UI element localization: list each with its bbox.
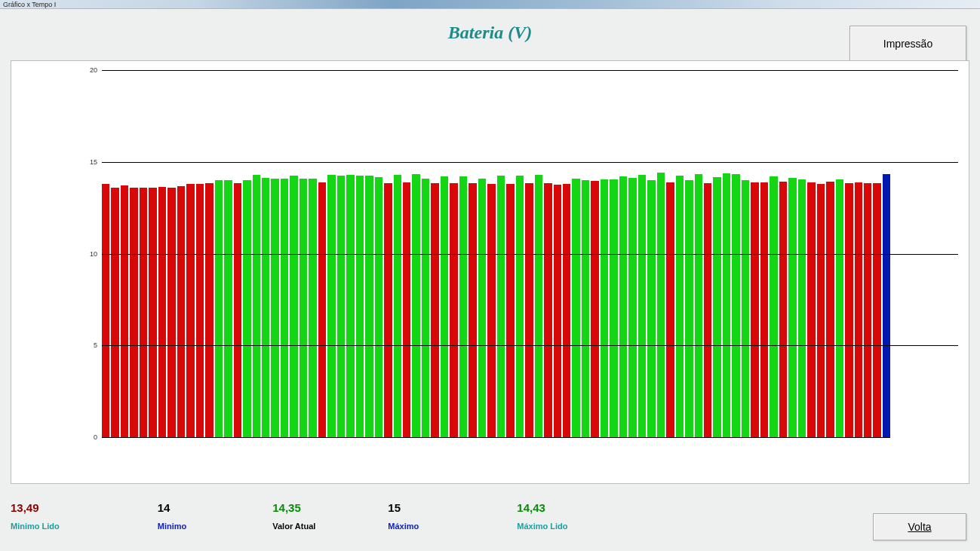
stat-label: Máximo Lido [517, 522, 567, 531]
bar [601, 179, 608, 437]
bar [468, 183, 476, 437]
bar [177, 186, 185, 437]
bar [788, 178, 796, 437]
bar [695, 174, 702, 437]
bar [450, 183, 457, 437]
bar [422, 179, 429, 437]
chart-panel: 05101520 [11, 60, 969, 484]
bar [676, 176, 684, 437]
bar [234, 183, 241, 437]
bar [779, 182, 787, 437]
stat-min-read: 13,49 Minimo Lido [11, 501, 60, 531]
bar [121, 185, 128, 437]
bar [346, 175, 354, 437]
bar [582, 180, 589, 437]
bar [290, 176, 297, 437]
bar [647, 180, 655, 437]
bar [554, 185, 561, 437]
bar [572, 179, 579, 437]
bar [525, 183, 533, 437]
bar [384, 183, 392, 437]
y-tick-label: 15 [82, 158, 97, 166]
bar [619, 176, 627, 437]
bar [300, 179, 307, 437]
stat-value: 14 [158, 501, 187, 514]
bar [506, 184, 514, 437]
bar [657, 173, 665, 437]
bar [685, 180, 693, 437]
bar [186, 184, 194, 437]
bar [224, 180, 232, 437]
bar [836, 179, 843, 437]
bar [215, 180, 223, 437]
y-tick-label: 5 [82, 341, 97, 349]
y-tick-label: 10 [82, 250, 97, 258]
bar [770, 176, 777, 437]
stat-value: 14,43 [517, 501, 567, 514]
bar [628, 178, 636, 437]
bar [375, 177, 382, 437]
bar [365, 176, 373, 437]
bar [337, 176, 345, 437]
stat-label: Minimo Lido [11, 522, 60, 531]
bar [412, 174, 419, 437]
bar [751, 182, 758, 437]
bar [281, 179, 288, 437]
bar [327, 175, 335, 437]
bar [732, 174, 739, 437]
bar [394, 175, 401, 437]
bar [873, 183, 880, 437]
bar [111, 188, 118, 437]
bar [535, 175, 542, 437]
bar [271, 179, 278, 437]
gridline [102, 162, 958, 163]
y-tick-label: 0 [82, 433, 97, 441]
bar [253, 175, 260, 437]
bar [723, 173, 730, 437]
stat-value: 15 [388, 501, 419, 514]
bar [431, 183, 438, 437]
bar [403, 182, 410, 437]
stat-label: Máximo [388, 522, 419, 531]
bar [845, 183, 853, 437]
bar [140, 188, 147, 437]
bar [309, 179, 316, 437]
bar [205, 183, 213, 437]
window-titlebar: Gráfico x Tempo I [0, 0, 980, 9]
stat-value: 13,49 [11, 501, 60, 514]
bar [356, 176, 364, 437]
y-tick-label: 20 [82, 66, 97, 74]
bar [666, 182, 674, 437]
bar [807, 182, 815, 437]
bar [638, 175, 646, 437]
page-title: Bateria (V) [448, 23, 532, 43]
bar [243, 180, 250, 437]
back-button[interactable]: Volta [873, 513, 966, 540]
bar [855, 182, 862, 437]
bar [864, 183, 871, 437]
bar [742, 180, 749, 437]
window-title: Gráfico x Tempo I [3, 1, 56, 8]
stat-value: 14,35 [272, 501, 315, 514]
print-button[interactable]: Impressão [849, 26, 966, 62]
bar [167, 188, 175, 437]
bar [610, 179, 617, 437]
gridline [102, 345, 958, 346]
bar [713, 177, 720, 437]
header: Bateria (V) Impressão [0, 9, 980, 56]
bar [591, 181, 598, 437]
bar [262, 178, 269, 437]
gridline [102, 70, 958, 71]
bar [704, 183, 711, 437]
bar [158, 187, 166, 437]
bar [478, 179, 486, 437]
gridline [102, 254, 958, 255]
bar [196, 184, 204, 437]
bar [817, 184, 825, 437]
stat-max-read: 14,43 Máximo Lido [517, 501, 567, 531]
bar [516, 176, 524, 437]
bar [883, 174, 890, 437]
bar [318, 182, 326, 437]
bar [130, 188, 137, 437]
bar [798, 179, 806, 437]
